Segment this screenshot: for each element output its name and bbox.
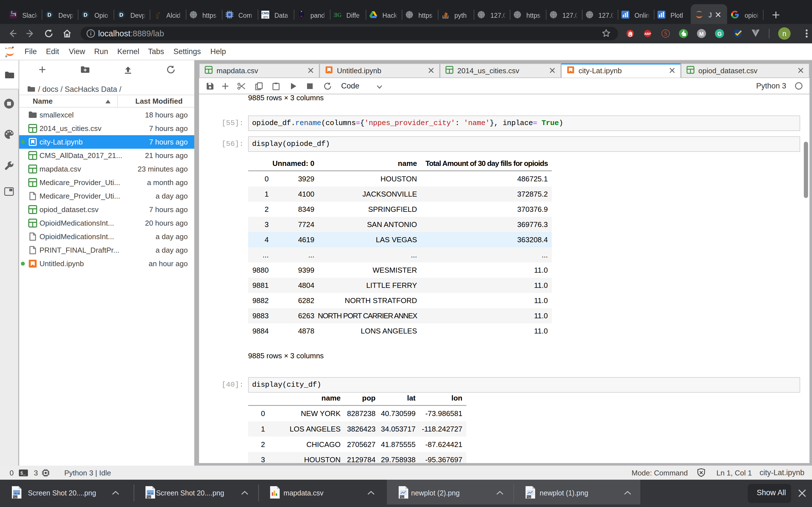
svg-text:PNG: PNG — [399, 496, 405, 499]
svg-text:PNG: PNG — [12, 496, 18, 499]
svg-text:ABP: ABP — [644, 32, 651, 36]
svg-text:.gov: .gov — [262, 15, 268, 18]
svg-text:D: D — [119, 12, 123, 18]
svg-text:D: D — [47, 12, 51, 18]
svg-text:ƎG: ƎG — [334, 12, 342, 18]
svg-text:M: M — [699, 31, 704, 37]
svg-text:$_: $_ — [20, 471, 26, 476]
svg-text:PNG: PNG — [526, 496, 532, 499]
svg-text:D: D — [84, 12, 87, 18]
svg-text:G: G — [717, 31, 722, 37]
svg-text:n: n — [782, 30, 786, 38]
svg-text:S: S — [664, 30, 667, 37]
svg-text:PNG: PNG — [146, 496, 152, 499]
svg-text:CMS: CMS — [262, 11, 269, 15]
